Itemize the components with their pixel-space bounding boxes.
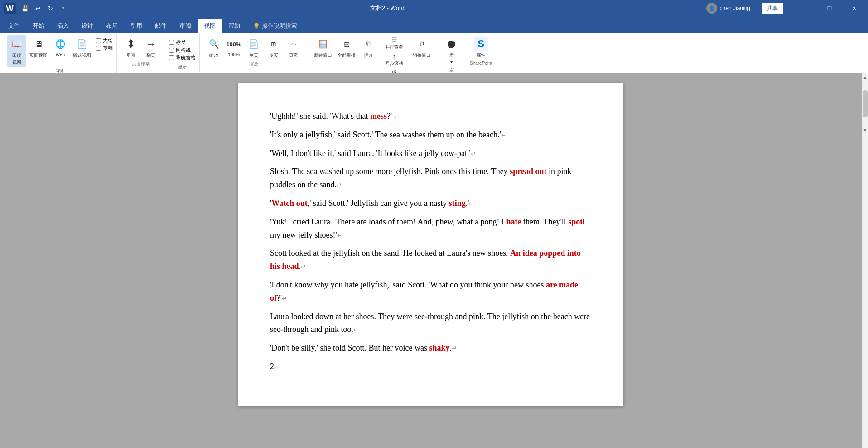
split-button[interactable]: ⧉ 拆分 bbox=[359, 35, 378, 73]
navpane-checkbox-input[interactable] bbox=[169, 55, 174, 60]
outline-checkbox-input[interactable] bbox=[96, 38, 101, 43]
one-page-button[interactable]: 📄 单页 bbox=[244, 35, 263, 60]
tab-view[interactable]: 视图 bbox=[198, 19, 222, 33]
minimize-button[interactable]: ― bbox=[795, 0, 815, 16]
switch-window-label: 切换窗口 bbox=[413, 52, 431, 58]
tab-search[interactable]: 💡 操作说明搜索 bbox=[246, 19, 304, 33]
gridlines-checkbox-input[interactable] bbox=[169, 48, 174, 53]
scroll-thumb[interactable] bbox=[863, 90, 868, 117]
switch-window-button[interactable]: ⧉ 切换窗口 bbox=[410, 35, 433, 73]
close-button[interactable]: ✕ bbox=[844, 0, 864, 16]
side-by-side-button[interactable]: ☰ 并排查看 bbox=[379, 35, 410, 51]
p4-word-spreadout: spread out bbox=[510, 167, 546, 176]
p8-text1: 'I don't know why you hate jellyfish,' s… bbox=[270, 280, 546, 289]
read-view-label-2: 视图 bbox=[12, 59, 21, 66]
paragraph-idea: Scott looked at the jellyfish on the san… bbox=[270, 247, 592, 273]
tab-help[interactable]: 帮助 bbox=[222, 19, 246, 33]
p3-text: 'Well, I don't like it,' said Laura. 'It… bbox=[270, 149, 471, 158]
scrollbar[interactable]: ▲ ▼ bbox=[862, 73, 868, 448]
sync-scroll-button[interactable]: ↕ 同步滚动 bbox=[379, 52, 410, 68]
undo-btn[interactable]: ↩ bbox=[32, 3, 43, 14]
sharepoint-properties-button[interactable]: S 属性 bbox=[472, 35, 491, 60]
web-view-icon: 🌐 bbox=[53, 37, 68, 51]
sharepoint-icon: S bbox=[474, 37, 488, 51]
user-name: chen Jianing bbox=[720, 5, 750, 11]
arrange-all-icon: ⊞ bbox=[339, 37, 354, 51]
view-group-label: 视图 bbox=[56, 68, 65, 73]
page-width-button[interactable]: ↔ 页宽 bbox=[284, 35, 303, 60]
ruler-checkbox[interactable]: 标尺 bbox=[169, 39, 196, 46]
outline-view-button[interactable]: 📄 版式视图 bbox=[71, 35, 93, 60]
p5-text2: ,' said Scott.' Jellyfish can give you a… bbox=[308, 199, 449, 208]
new-window-button[interactable]: 🪟 新建窗口 bbox=[312, 35, 334, 73]
p4-text1: Slosh. The sea washed up some more jelly… bbox=[270, 167, 510, 176]
window-buttons-top: 🪟 新建窗口 ⊞ 全部重排 ⧉ 拆分 ☰ 并排查看 ↕ 同步滚动 bbox=[312, 35, 433, 73]
ribbon-group-window: 🪟 新建窗口 ⊞ 全部重排 ⧉ 拆分 ☰ 并排查看 ↕ 同步滚动 bbox=[308, 34, 437, 73]
paragraph-madeOf: 'I don't know why you hate jellyfish,' s… bbox=[270, 278, 592, 305]
document-scroll[interactable]: 'Ughhh!' she said. 'What's that mess?' ↵… bbox=[0, 73, 862, 448]
p1-mark: ↵ bbox=[394, 113, 400, 120]
outline-view-label: 版式视图 bbox=[73, 52, 91, 58]
zoom-100-button[interactable]: 100% 100% bbox=[224, 35, 243, 58]
p10-word-shaky: shaky bbox=[429, 343, 450, 352]
user-avatar: 👤 bbox=[706, 3, 717, 14]
tab-layout[interactable]: 布局 bbox=[100, 19, 124, 33]
p10-mark: ↵ bbox=[452, 345, 457, 352]
page-number: 2 bbox=[270, 362, 274, 371]
title-bar-left: W 💾 ↩ ↻ ▾ bbox=[4, 3, 68, 14]
restore-button[interactable]: ❒ bbox=[819, 0, 840, 16]
macro-label: 宏 bbox=[449, 52, 454, 58]
web-view-button[interactable]: 🌐 Web bbox=[51, 35, 70, 58]
tab-design[interactable]: 设计 bbox=[75, 19, 100, 33]
macro-button[interactable]: ⏺ 宏 ▾ bbox=[442, 35, 461, 66]
paragraph-hate: 'Yuk! ' cried Laura. 'There are loads of… bbox=[270, 215, 592, 242]
flip-page-button[interactable]: ↔ 翻页 bbox=[141, 35, 160, 60]
p10-text1: 'Don't be silly,' she told Scott. But he… bbox=[270, 343, 429, 352]
sync-scroll-label: 同步滚动 bbox=[385, 60, 403, 67]
vertical-scroll-button[interactable]: ⬍ 垂直 bbox=[121, 35, 140, 60]
draft-checkbox-input[interactable] bbox=[96, 46, 101, 51]
zoom-buttons: 🔍 缩放 100% 100% 📄 单页 ⊞ 多页 ↔ 页宽 bbox=[204, 35, 303, 60]
p7-text1: Scott looked at the jellyfish on the san… bbox=[270, 248, 510, 258]
scroll-up[interactable]: ▲ bbox=[862, 73, 868, 81]
read-view-button[interactable]: 📖 阅读 视图 bbox=[7, 35, 26, 67]
window-title: 文档2 - Word bbox=[68, 4, 706, 12]
navpane-checkbox[interactable]: 导航窗格 bbox=[169, 54, 196, 61]
share-button[interactable]: 共享 bbox=[762, 3, 783, 14]
reset-position-button[interactable]: ↺ 重设窗口位置 bbox=[379, 68, 410, 73]
p1-text2: ?' bbox=[387, 112, 392, 121]
p5-word-watchout: Watch out bbox=[271, 199, 308, 208]
tab-references[interactable]: 引用 bbox=[124, 19, 149, 33]
show-checkboxes: 标尺 网格线 导航窗格 bbox=[169, 35, 196, 63]
tab-file[interactable]: 文件 bbox=[2, 19, 26, 33]
customize-qa[interactable]: ▾ bbox=[58, 3, 68, 14]
zoom-label: 缩放 bbox=[209, 52, 218, 58]
paragraph-ughhh: 'Ughhh!' she said. 'What's that mess?' ↵ bbox=[270, 110, 592, 123]
arrange-all-button[interactable]: ⊞ 全部重排 bbox=[335, 35, 358, 73]
tab-review[interactable]: 审阅 bbox=[173, 19, 198, 33]
p5-word-sting: sting bbox=[449, 199, 466, 208]
p6-text3: my new jelly shoes!' bbox=[270, 230, 337, 239]
tab-insert[interactable]: 插入 bbox=[51, 19, 75, 33]
redo-btn[interactable]: ↻ bbox=[45, 3, 56, 14]
read-view-label-1: 阅读 bbox=[12, 52, 21, 58]
gridlines-checkbox[interactable]: 网格线 bbox=[169, 47, 196, 54]
multi-page-label: 多页 bbox=[269, 52, 278, 58]
ribbon-group-view: 📖 阅读 视图 🖥 页面视图 🌐 Web 📄 版式视图 大纲 草稿 视图 bbox=[4, 34, 117, 73]
zoom-button[interactable]: 🔍 缩放 bbox=[204, 35, 223, 60]
page-view-button[interactable]: 🖥 页面视图 bbox=[27, 35, 50, 60]
paragraph-cowpat: 'Well, I don't like it,' said Laura. 'It… bbox=[270, 147, 592, 160]
paragraph-pagenum: 2↵ bbox=[270, 360, 592, 373]
scroll-down[interactable]: ▼ bbox=[862, 127, 868, 134]
save-btn[interactable]: 💾 bbox=[19, 3, 30, 14]
web-view-label: Web bbox=[56, 52, 65, 57]
multi-page-button[interactable]: ⊞ 多页 bbox=[264, 35, 283, 60]
zoom-icon: 🔍 bbox=[207, 37, 221, 51]
tab-mailings[interactable]: 邮件 bbox=[149, 19, 173, 33]
outline-checkbox[interactable]: 大纲 bbox=[96, 37, 113, 44]
p2-mark: ↵ bbox=[501, 132, 506, 139]
ruler-checkbox-input[interactable] bbox=[169, 40, 174, 45]
tab-home[interactable]: 开始 bbox=[26, 19, 51, 33]
document-page: 'Ughhh!' she said. 'What's that mess?' ↵… bbox=[238, 83, 623, 406]
draft-checkbox[interactable]: 草稿 bbox=[96, 45, 113, 52]
